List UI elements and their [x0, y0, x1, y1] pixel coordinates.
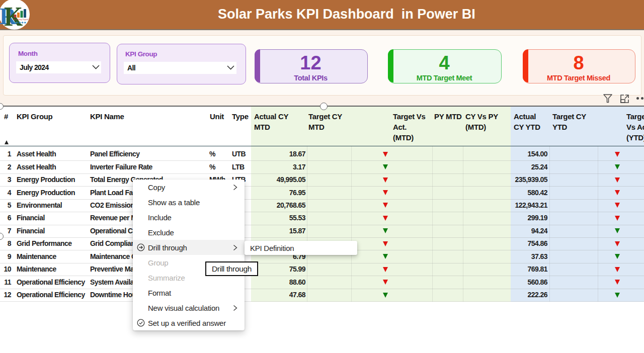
svg-text:★★★★★: ★★★★★: [13, 21, 27, 24]
svg-text:K: K: [4, 1, 23, 30]
